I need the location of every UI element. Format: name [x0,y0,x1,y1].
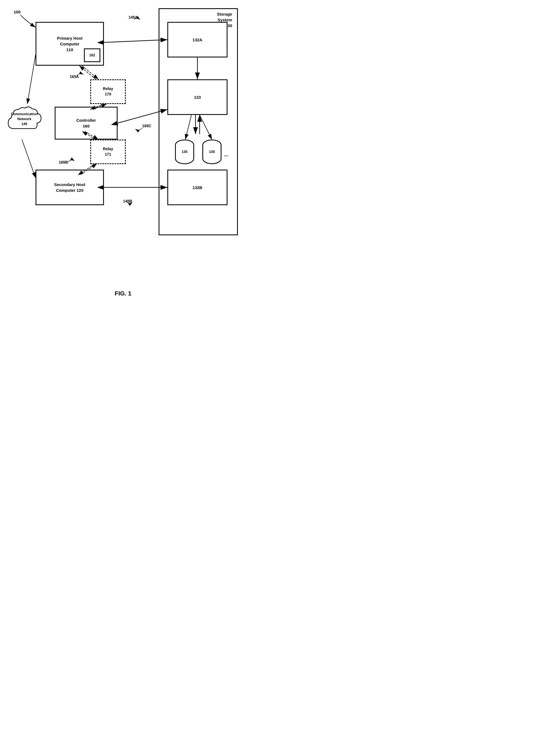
disk-dots: ... [224,152,228,158]
label-145A: 145A [129,15,138,19]
relay-170-box: Relay 170 [90,79,126,104]
controller-box: Controller 160 [55,107,118,139]
svg-line-13 [82,66,98,79]
label-145B: 145B [123,199,132,203]
svg-line-11 [27,55,36,104]
diagram: 100 StorageSystem130 132A 133 132B 135 1… [0,0,246,287]
comm-network-label: CommunicationNetwork140 [9,112,39,127]
svg-line-14 [79,66,96,79]
node-135b: 135 [202,139,221,164]
svg-line-12 [22,139,36,178]
primary-host-box: Primary Host Computer 110 162 [36,22,104,66]
label-100: 100 [14,10,21,14]
svg-line-3 [104,40,167,42]
label-165B: 165B [59,160,68,164]
node-132A: 132A [167,22,227,57]
relay-171-box: Relay 171 [90,139,126,164]
node-132B: 132B [167,170,227,205]
node-135a: 135 [175,139,194,164]
node-162: 162 [84,48,100,62]
secondary-host-box: Secondary Host Computer 120 [36,170,104,205]
label-165A: 165A [70,74,79,79]
comm-network-box: CommunicationNetwork140 [5,104,44,139]
fig-label: FIG. 1 [0,287,246,302]
label-165C: 165C [142,124,151,128]
node-133: 133 [167,79,227,115]
